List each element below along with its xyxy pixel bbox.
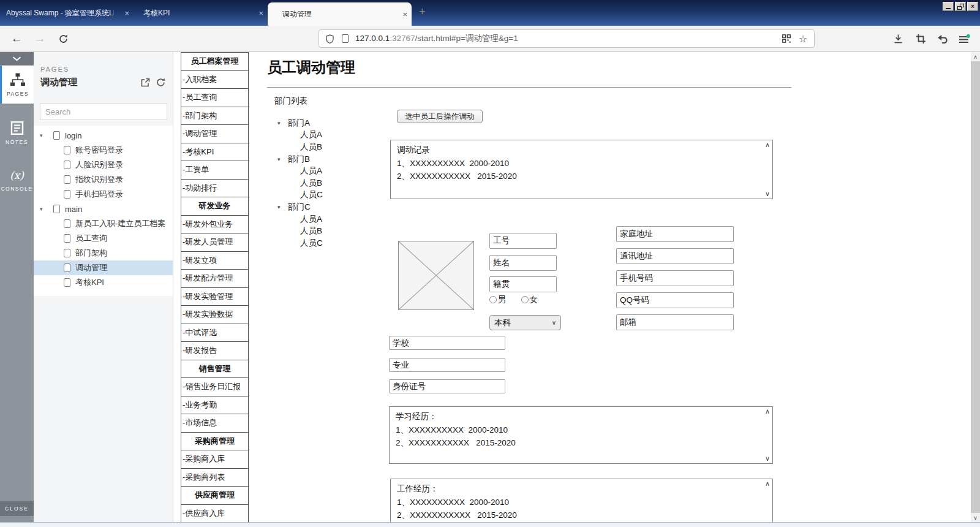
menu-item-market-info[interactable]: -市场信息 bbox=[181, 414, 248, 433]
address-bar[interactable]: 127.0.0.1:32767/start.html#p=调动管理&g=1 ☆ bbox=[318, 29, 815, 48]
menu-header-rd-business[interactable]: 研发业务 bbox=[181, 197, 248, 216]
scroll-up-icon[interactable]: ∧ bbox=[765, 408, 770, 415]
close-icon[interactable]: × bbox=[398, 10, 412, 19]
close-icon[interactable]: × bbox=[120, 9, 134, 18]
dept-tree-person[interactable]: 人员A bbox=[277, 165, 323, 177]
scroll-down-icon[interactable]: ∨ bbox=[765, 455, 770, 462]
menu-item-sales-daily-report[interactable]: -销售业务日汇报 bbox=[181, 378, 248, 396]
window-close-button[interactable]: × bbox=[967, 2, 978, 11]
bookmark-star-icon[interactable]: ☆ bbox=[799, 33, 807, 45]
radio-icon[interactable] bbox=[521, 296, 529, 303]
forward-button[interactable]: → bbox=[31, 26, 49, 51]
dept-tree-person[interactable]: 人员B bbox=[277, 177, 323, 189]
close-icon[interactable]: × bbox=[254, 9, 268, 18]
menu-item-employee-query[interactable]: -员工查询 bbox=[181, 89, 248, 107]
export-page-button[interactable] bbox=[141, 78, 150, 89]
minimize-button[interactable] bbox=[943, 2, 954, 11]
radio-icon[interactable] bbox=[489, 296, 497, 303]
tree-expand-icon[interactable]: ▾ bbox=[277, 120, 288, 126]
new-tab-button[interactable]: + bbox=[419, 6, 426, 17]
dept-tree-person[interactable]: 人员B bbox=[277, 225, 323, 237]
menu-item-rd-staff[interactable]: -研发人员管理 bbox=[181, 233, 248, 252]
qq-number-field[interactable]: QQ号码 bbox=[616, 292, 734, 308]
tree-item-face-login[interactable]: 人脸识别登录 bbox=[34, 157, 173, 172]
tree-item-department-structure[interactable]: 部门架构 bbox=[34, 246, 173, 260]
reload-button[interactable] bbox=[54, 26, 72, 51]
menu-item-payroll[interactable]: -工资单 bbox=[181, 161, 248, 180]
mailing-address-field[interactable]: 通讯地址 bbox=[616, 248, 734, 264]
transfer-action-button[interactable]: 选中员工后操作调动 bbox=[397, 110, 483, 123]
menu-item-merit-ranking[interactable]: -功勋排行 bbox=[181, 180, 248, 198]
menu-item-rd-formula[interactable]: -研发配方管理 bbox=[181, 270, 248, 288]
gender-male-radio[interactable]: 男 bbox=[489, 294, 507, 305]
dept-tree-dept-b[interactable]: ▾ 部门B bbox=[277, 153, 323, 165]
scroll-up-icon[interactable]: ∧ bbox=[971, 52, 980, 61]
menu-header-suppliers[interactable]: 供应商管理 bbox=[181, 487, 248, 505]
tab-transfer-management[interactable]: 调动管理 × bbox=[268, 2, 412, 26]
dept-tree-person[interactable]: 人员A bbox=[277, 213, 323, 226]
menu-item-purchaser-entry[interactable]: -采购商入库 bbox=[181, 450, 248, 469]
employee-no-field[interactable]: 工号 bbox=[489, 233, 557, 249]
work-history-textarea[interactable]: 工作经历：1、XXXXXXXXXX 2000-20102、XXXXXXXXXXX… bbox=[390, 479, 773, 522]
study-history-textarea[interactable]: 学习经历：1、XXXXXXXXXX 2000-20102、XXXXXXXXXXX… bbox=[389, 406, 773, 464]
menu-item-onboarding-files[interactable]: -入职档案 bbox=[181, 71, 248, 89]
tree-item-fingerprint-login[interactable]: 指纹识别登录 bbox=[34, 172, 173, 187]
rail-item-pages[interactable]: PAGES bbox=[0, 66, 34, 104]
scroll-up-icon[interactable]: ∧ bbox=[765, 142, 770, 148]
back-button[interactable]: ← bbox=[7, 26, 26, 51]
screenshot-button[interactable] bbox=[912, 31, 929, 47]
name-field[interactable]: 姓名 bbox=[489, 255, 557, 271]
menu-item-supplier-entry[interactable]: -供应商入库 bbox=[181, 505, 248, 523]
menu-item-rd-outsourcing[interactable]: -研发外包业务 bbox=[181, 216, 248, 234]
menu-item-rd-experiment-data[interactable]: -研发实验数据 bbox=[181, 306, 248, 324]
major-field[interactable]: 专业 bbox=[389, 358, 505, 372]
app-menu-button[interactable] bbox=[956, 31, 973, 47]
scroll-down-icon[interactable]: ∨ bbox=[765, 191, 770, 197]
horizontal-scrollbar[interactable] bbox=[0, 522, 980, 527]
scroll-up-icon[interactable]: ∧ bbox=[765, 480, 770, 487]
school-field[interactable]: 学校 bbox=[389, 336, 505, 350]
scroll-down-icon[interactable]: ∨ bbox=[971, 513, 980, 522]
tab-lims[interactable]: Abyssal Swamp - 验室管理系统LIMS × bbox=[0, 0, 134, 26]
menu-item-kpi[interactable]: -考核KPI bbox=[181, 143, 248, 162]
menu-item-rd-project[interactable]: -研发立项 bbox=[181, 252, 248, 270]
collapse-panel-button[interactable] bbox=[0, 52, 34, 65]
tree-item-account-login[interactable]: 账号密码登录 bbox=[34, 143, 173, 157]
tree-item-login[interactable]: ▾ login bbox=[34, 128, 173, 143]
tree-item-main[interactable]: ▾ main bbox=[34, 202, 173, 216]
dept-tree-person[interactable]: 人员A bbox=[277, 129, 323, 142]
refresh-page-button[interactable] bbox=[156, 78, 165, 89]
menu-header-employee-files[interactable]: 员工档案管理 bbox=[181, 53, 248, 71]
tree-expand-icon[interactable]: ▾ bbox=[40, 132, 53, 138]
restore-button[interactable] bbox=[955, 2, 966, 11]
menu-item-business-attendance[interactable]: -业务考勤 bbox=[181, 396, 248, 415]
menu-item-transfer-management[interactable]: -调动管理 bbox=[181, 125, 248, 143]
transfer-record-textarea[interactable]: 调动记录1、XXXXXXXXXX 2000-20102、XXXXXXXXXXX … bbox=[390, 140, 773, 199]
id-number-field[interactable]: 身份证号 bbox=[389, 379, 505, 393]
page-info-icon[interactable] bbox=[342, 34, 349, 43]
tab-kpi[interactable]: 考核KPI × bbox=[134, 0, 268, 26]
tree-item-new-employee[interactable]: 新员工入职-建立员工档案 bbox=[34, 216, 173, 231]
menu-header-sales[interactable]: 销售管理 bbox=[181, 360, 248, 379]
mobile-number-field[interactable]: 手机号码 bbox=[616, 270, 734, 286]
tree-item-employee-query[interactable]: 员工查询 bbox=[34, 231, 173, 246]
menu-item-pilot-evaluation[interactable]: -中试评选 bbox=[181, 324, 248, 343]
qr-code-icon[interactable] bbox=[782, 34, 791, 43]
gender-female-radio[interactable]: 女 bbox=[521, 294, 538, 305]
email-field[interactable]: 邮箱 bbox=[616, 314, 734, 330]
native-place-field[interactable]: 籍贯 bbox=[489, 276, 557, 292]
search-input[interactable] bbox=[40, 103, 167, 120]
tree-item-qr-login[interactable]: 手机扫码登录 bbox=[34, 187, 173, 202]
close-viewer-button[interactable]: CLOSE bbox=[0, 501, 34, 516]
tree-expand-icon[interactable]: ▾ bbox=[40, 206, 53, 212]
scrollbar-thumb[interactable] bbox=[971, 61, 980, 513]
downloads-button[interactable] bbox=[889, 31, 907, 47]
tree-item-kpi[interactable]: 考核KPI bbox=[34, 275, 173, 290]
menu-item-department-structure[interactable]: -部门架构 bbox=[181, 107, 248, 126]
education-select[interactable]: 本科 ∨ bbox=[489, 315, 561, 330]
menu-item-rd-report[interactable]: -研发报告 bbox=[181, 342, 248, 360]
dept-tree-person[interactable]: 人员C bbox=[277, 237, 323, 249]
undo-button[interactable] bbox=[933, 31, 951, 47]
vertical-scrollbar[interactable]: ∧ ∨ bbox=[971, 52, 980, 522]
menu-item-rd-experiment[interactable]: -研发实验管理 bbox=[181, 288, 248, 306]
